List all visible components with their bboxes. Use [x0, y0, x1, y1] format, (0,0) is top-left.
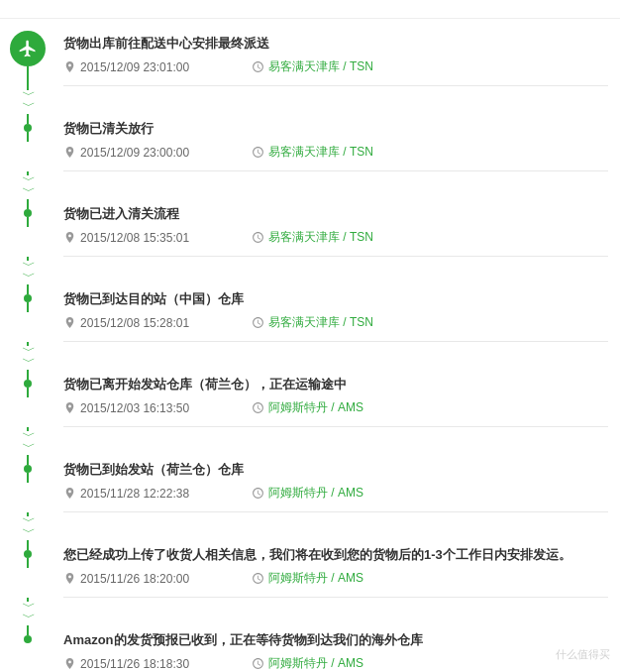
event-date: 2015/11/28 12:22:38: [63, 487, 252, 501]
event-title: 您已经成功上传了收货人相关信息，我们将在收到您的货物后的1-3个工作日内安排发运…: [63, 542, 608, 570]
location-text: 易客满天津库 / TSN: [268, 229, 373, 246]
event-detail: 2015/12/09 23:00:00 易客满天津库 / TSN: [63, 144, 608, 171]
clock-icon: [252, 657, 264, 670]
page-header: [0, 0, 620, 19]
between-section: 〉〉: [0, 257, 620, 286]
event-detail: 2015/12/08 15:28:01 易客满天津库 / TSN: [63, 314, 608, 342]
pin-icon: [63, 146, 76, 159]
clock-icon: [252, 401, 264, 414]
event-date: 2015/12/09 23:00:00: [63, 146, 252, 160]
double-arrow-icon: 〉〉: [22, 346, 35, 370]
event-detail: 2015/11/26 18:18:30 阿姆斯特丹 / AMS: [63, 655, 608, 672]
location-text: 阿姆斯特丹 / AMS: [268, 399, 363, 416]
event-title: 货物已进入清关流程: [63, 201, 608, 229]
double-arrow-icon: 〉〉: [22, 261, 35, 284]
double-arrow-icon: 〉〉: [22, 602, 35, 625]
double-arrow-icon: 〉〉: [22, 90, 35, 114]
event-date: 2015/12/08 15:28:01: [63, 316, 252, 330]
date-text: 2015/11/26 18:18:30: [80, 657, 189, 671]
event-title: 货物出库前往配送中心安排最终派送: [63, 29, 608, 58]
double-arrow-icon: 〉〉: [22, 431, 35, 455]
event-content: 货物已进入清关流程 2015/12/08 15:35:01 易客满天津库 / T…: [55, 201, 608, 257]
event-detail: 2015/12/09 23:01:00 易客满天津库 / TSN: [63, 58, 608, 86]
event-location: 阿姆斯特丹 / AMS: [252, 570, 363, 587]
clock-icon: [252, 146, 264, 159]
pin-icon: [63, 401, 76, 414]
double-arrow-icon: 〉〉: [22, 516, 35, 540]
event-location: 阿姆斯特丹 / AMS: [252, 485, 363, 502]
date-text: 2015/12/09 23:01:00: [80, 60, 189, 74]
timeline: 货物出库前往配送中心安排最终派送 2015/12/09 23:01:00 易客满…: [0, 19, 620, 672]
pin-icon: [63, 657, 76, 670]
event-location: 易客满天津库 / TSN: [252, 58, 373, 75]
event-title: 货物已离开始发站仓库（荷兰仓），正在运输途中: [63, 372, 608, 399]
event-title: 货物已到达目的站（中国）仓库: [63, 286, 608, 314]
timeline-item: 货物已离开始发站仓库（荷兰仓），正在运输途中 2015/12/03 16:13:…: [0, 372, 620, 427]
event-date: 2015/11/26 18:18:30: [63, 657, 252, 671]
event-date: 2015/12/08 15:35:01: [63, 231, 252, 245]
timeline-item: 货物出库前往配送中心安排最终派送 2015/12/09 23:01:00 易客满…: [0, 29, 620, 86]
location-text: 阿姆斯特丹 / AMS: [268, 655, 363, 672]
date-text: 2015/12/08 15:35:01: [80, 231, 189, 245]
clock-icon: [252, 231, 264, 244]
clock-icon: [252, 572, 264, 585]
pin-icon: [63, 231, 76, 244]
clock-icon: [252, 316, 264, 329]
event-content: Amazon的发货预报已收到，正在等待货物到达我们的海外仓库 2015/11/2…: [55, 627, 608, 672]
pin-icon: [63, 487, 76, 500]
event-detail: 2015/12/03 16:13:50 阿姆斯特丹 / AMS: [63, 399, 608, 427]
clock-icon: [252, 487, 264, 500]
timeline-item: 货物已到达目的站（中国）仓库 2015/12/08 15:28:01 易客满天津…: [0, 286, 620, 342]
event-content: 货物出库前往配送中心安排最终派送 2015/12/09 23:01:00 易客满…: [55, 29, 608, 86]
timeline-item: 货物已进入清关流程 2015/12/08 15:35:01 易客满天津库 / T…: [0, 201, 620, 257]
pin-icon: [63, 572, 76, 585]
event-location: 阿姆斯特丹 / AMS: [252, 399, 363, 416]
event-detail: 2015/12/08 15:35:01 易客满天津库 / TSN: [63, 229, 608, 257]
date-text: 2015/11/26 18:20:00: [80, 572, 189, 586]
clock-icon: [252, 60, 264, 73]
between-section: 〉〉: [0, 512, 620, 542]
location-text: 易客满天津库 / TSN: [268, 314, 373, 331]
pin-icon: [63, 60, 76, 73]
event-detail: 2015/11/26 18:20:00 阿姆斯特丹 / AMS: [63, 570, 608, 598]
timeline-item: 货物已到始发站（荷兰仓）仓库 2015/11/28 12:22:38 阿姆斯特丹…: [0, 457, 620, 512]
double-arrow-icon: 〉〉: [22, 175, 35, 199]
location-text: 易客满天津库 / TSN: [268, 144, 373, 161]
event-content: 货物已离开始发站仓库（荷兰仓），正在运输途中 2015/12/03 16:13:…: [55, 372, 608, 427]
event-content: 货物已清关放行 2015/12/09 23:00:00 易客满天津库 / TSN: [55, 116, 608, 171]
timeline-item: 货物已清关放行 2015/12/09 23:00:00 易客满天津库 / TSN: [0, 116, 620, 171]
event-location: 易客满天津库 / TSN: [252, 229, 373, 246]
event-date: 2015/12/03 16:13:50: [63, 401, 252, 415]
timeline-item: Amazon的发货预报已收到，正在等待货物到达我们的海外仓库 2015/11/2…: [0, 627, 620, 672]
timeline-item: 您已经成功上传了收货人相关信息，我们将在收到您的货物后的1-3个工作日内安排发运…: [0, 542, 620, 598]
event-content: 您已经成功上传了收货人相关信息，我们将在收到您的货物后的1-3个工作日内安排发运…: [55, 542, 608, 598]
pin-icon: [63, 316, 76, 329]
between-section: 〉〉: [0, 598, 620, 627]
between-section: 〉〉: [0, 171, 620, 201]
date-text: 2015/11/28 12:22:38: [80, 487, 189, 501]
event-content: 货物已到始发站（荷兰仓）仓库 2015/11/28 12:22:38 阿姆斯特丹…: [55, 457, 608, 512]
event-title: 货物已清关放行: [63, 116, 608, 144]
event-date: 2015/11/26 18:20:00: [63, 572, 252, 586]
event-title: Amazon的发货预报已收到，正在等待货物到达我们的海外仓库: [63, 627, 608, 655]
date-text: 2015/12/03 16:13:50: [80, 401, 189, 415]
date-text: 2015/12/08 15:28:01: [80, 316, 189, 330]
location-text: 阿姆斯特丹 / AMS: [268, 485, 363, 502]
watermark: 什么值得买: [556, 647, 610, 662]
airplane-icon: [10, 31, 46, 66]
between-section: 〉〉: [0, 342, 620, 372]
between-section: 〉〉: [0, 86, 620, 116]
between-section: 〉〉: [0, 427, 620, 457]
event-detail: 2015/11/28 12:22:38 阿姆斯特丹 / AMS: [63, 485, 608, 512]
event-location: 易客满天津库 / TSN: [252, 314, 373, 331]
event-location: 易客满天津库 / TSN: [252, 144, 373, 161]
location-text: 易客满天津库 / TSN: [268, 58, 373, 75]
event-date: 2015/12/09 23:01:00: [63, 60, 252, 74]
date-text: 2015/12/09 23:00:00: [80, 146, 189, 160]
event-title: 货物已到始发站（荷兰仓）仓库: [63, 457, 608, 485]
event-content: 货物已到达目的站（中国）仓库 2015/12/08 15:28:01 易客满天津…: [55, 286, 608, 342]
location-text: 阿姆斯特丹 / AMS: [268, 570, 363, 587]
event-location: 阿姆斯特丹 / AMS: [252, 655, 363, 672]
